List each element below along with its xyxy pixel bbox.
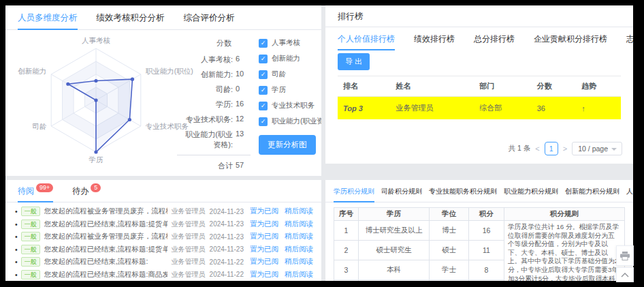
rank-score: 36 xyxy=(532,97,577,120)
todo-item-date: 2024-11-23 xyxy=(210,245,244,253)
todo-item-user: 业务管理员 xyxy=(172,270,206,280)
todo-item-text: 您发起的流程已经结束,流程标题: xyxy=(44,257,167,267)
rules-tab-1[interactable]: 司龄积分规则 xyxy=(381,180,422,202)
pagination: 共 1 条 < 1 > 10 / page xyxy=(509,142,622,155)
todo-item-user: 业务管理员 xyxy=(172,232,206,241)
print-button[interactable] xyxy=(616,245,634,266)
read-later-link[interactable]: 稍后阅读 xyxy=(285,220,313,229)
read-later-link[interactable]: 稍后阅读 xyxy=(285,245,313,254)
score-total-row: 合计 57 xyxy=(177,155,251,171)
read-later-link[interactable]: 稍后阅读 xyxy=(285,232,313,241)
ranking-tab-1[interactable]: 绩效排行榜 xyxy=(414,27,455,50)
analysis-body: 人事考核职业能力(职位)专业技术职务学历司龄创新能力 分数 人事考核:6创新能力… xyxy=(5,30,321,175)
rules-no: 2 xyxy=(334,241,359,260)
rules-col-header: 积分规则 xyxy=(504,208,625,221)
todo-tab-badge-1: 5 xyxy=(91,183,101,192)
checkbox-checked-icon[interactable]: ✓ xyxy=(259,86,268,95)
ranking-tab-4[interactable]: 志愿者积分排行榜 xyxy=(626,27,633,50)
todo-item-text: 您发起的流程被业务管理员废弃，流程标题:提货单，废弃说明: xyxy=(44,207,167,216)
rules-tab-3[interactable]: 职业能力积分规则 xyxy=(504,180,558,202)
legend-item-1: ✓创新能力 xyxy=(259,54,321,63)
todo-tab-1[interactable]: 待办5 xyxy=(72,180,101,202)
ranking-tab-0[interactable]: 个人价值排行榜 xyxy=(338,27,395,50)
analysis-tab-0[interactable]: 人员多维度分析 xyxy=(18,5,78,30)
page-number-1[interactable]: 1 xyxy=(545,142,558,155)
todo-tab-0[interactable]: 待阅99+ xyxy=(18,180,53,202)
back-to-top-button[interactable] xyxy=(616,267,634,282)
checkbox-checked-icon[interactable]: ✓ xyxy=(259,39,268,48)
score-row-value: 10 xyxy=(236,70,251,80)
bullet-icon: • xyxy=(15,271,18,279)
rules-tab-2[interactable]: 专业技能职务积分规则 xyxy=(429,180,497,202)
mark-read-link[interactable]: 置为已阅 xyxy=(250,257,278,267)
update-chart-button[interactable]: 更新分析图 xyxy=(259,135,316,155)
legend-item-3: ✓学历 xyxy=(259,85,321,95)
score-row-label: 创新能力: xyxy=(201,70,233,80)
score-row-2: 司龄:0 xyxy=(177,85,251,95)
score-row-label: 人事考核: xyxy=(201,55,233,65)
ranking-body: 导 出 排名姓名部门分数趋势 Top 3业务管理员综合部36↑ xyxy=(325,50,633,119)
mark-read-link[interactable]: 置为已阅 xyxy=(250,245,278,254)
mark-read-link[interactable]: 置为已阅 xyxy=(250,232,278,241)
todo-item-0: •一般您发起的流程被业务管理员废弃，流程标题:提货单，废弃说明:业务管理员202… xyxy=(14,205,313,218)
rules-tab-5[interactable]: 人事考核积分规则 xyxy=(626,180,633,202)
score-total-value: 57 xyxy=(236,161,251,171)
priority-tag: 一般 xyxy=(21,207,40,216)
ranking-tab-2[interactable]: 总分排行榜 xyxy=(474,27,515,50)
checkbox-checked-icon[interactable]: ✓ xyxy=(259,55,268,63)
rules-row-0: 1博士研究生及以上博士16学历及学位共计 16 分。根据学历及学位取得所需要的年… xyxy=(334,221,625,241)
todo-item-1: •一般您发起的流程已经结束,流程标题:提货单业务管理员2024-11-23置为已… xyxy=(14,218,313,231)
bullet-icon: • xyxy=(15,220,18,228)
ranking-row[interactable]: Top 3业务管理员综合部36↑ xyxy=(338,97,621,120)
todo-item-user: 业务管理员 xyxy=(172,207,206,216)
score-row-label: 专业技术职务: xyxy=(186,115,233,125)
ranking-tab-3[interactable]: 企业贡献积分排行榜 xyxy=(534,27,607,50)
read-later-link[interactable]: 稍后阅读 xyxy=(285,257,313,267)
rank-col-header: 分数 xyxy=(532,76,577,97)
rank-name: 业务管理员 xyxy=(391,97,474,120)
rules-education: 博士研究生及以上 xyxy=(359,221,430,241)
legend-item-label: 专业技术职务 xyxy=(272,101,315,110)
rules-education: 硕士研究生 xyxy=(359,241,430,260)
score-row-value: 6 xyxy=(236,55,251,65)
radar-data-point xyxy=(94,98,97,102)
analysis-tab-1[interactable]: 绩效考核积分分析 xyxy=(97,5,165,30)
mark-read-link[interactable]: 置为已阅 xyxy=(250,220,278,229)
todo-item-4: •一般您发起的流程已经结束,流程标题:业务管理员2024-11-22置为已阅稍后… xyxy=(14,256,313,269)
todo-item-date: 2024-11-22 xyxy=(210,258,244,266)
page-size-select[interactable]: 10 / page xyxy=(572,142,622,155)
radar-data-point xyxy=(66,82,69,86)
todo-item-user: 业务管理员 xyxy=(172,245,206,254)
read-later-link[interactable]: 稍后阅读 xyxy=(285,207,313,216)
checkbox-checked-icon[interactable]: ✓ xyxy=(259,102,268,110)
legend-item-0: ✓人事考核 xyxy=(259,38,321,48)
rules-tab-0[interactable]: 学历积分规则 xyxy=(334,180,374,202)
todo-tabs-bar: 待阅99+待办5 xyxy=(5,180,321,202)
score-row-value: 12 xyxy=(236,115,251,125)
read-later-link[interactable]: 稍后阅读 xyxy=(285,270,313,280)
radar-data-point xyxy=(94,150,97,153)
radar-data-point xyxy=(94,79,97,82)
radar-chart: 人事考核职业能力(职位)专业技术职务学历司龄创新能力 xyxy=(15,34,177,168)
rank-col-header: 排名 xyxy=(338,76,391,97)
radar-legend: ✓人事考核✓创新能力✓司龄✓学历✓专业技术职务✓职业能力(职业资格) 更新分析图 xyxy=(259,38,321,155)
export-button[interactable]: 导 出 xyxy=(338,53,370,70)
ranking-table: 排名姓名部门分数趋势 Top 3业务管理员综合部36↑ xyxy=(338,76,621,119)
chevron-up-icon xyxy=(621,273,629,277)
priority-tag: 一般 xyxy=(21,232,40,241)
checkbox-checked-icon[interactable]: ✓ xyxy=(259,70,268,79)
legend-item-5: ✓职业能力(职业资格) xyxy=(259,117,321,126)
rules-no: 4 xyxy=(334,280,359,281)
rules-col-header: 积分 xyxy=(469,208,504,221)
mark-read-link[interactable]: 置为已阅 xyxy=(250,207,278,216)
prev-page-button[interactable]: < xyxy=(535,145,539,153)
checkbox-checked-icon[interactable]: ✓ xyxy=(259,117,268,126)
legend-item-label: 司龄 xyxy=(272,70,286,79)
mark-read-link[interactable]: 置为已阅 xyxy=(250,270,278,280)
rules-col-header: 序号 xyxy=(334,208,359,221)
next-page-button[interactable]: > xyxy=(563,145,567,153)
analysis-tab-2[interactable]: 综合评价分析 xyxy=(184,5,235,30)
rules-tab-4[interactable]: 创新能力积分规则 xyxy=(565,180,619,202)
priority-tag: 一般 xyxy=(21,257,40,267)
radar-data-point xyxy=(131,78,134,81)
